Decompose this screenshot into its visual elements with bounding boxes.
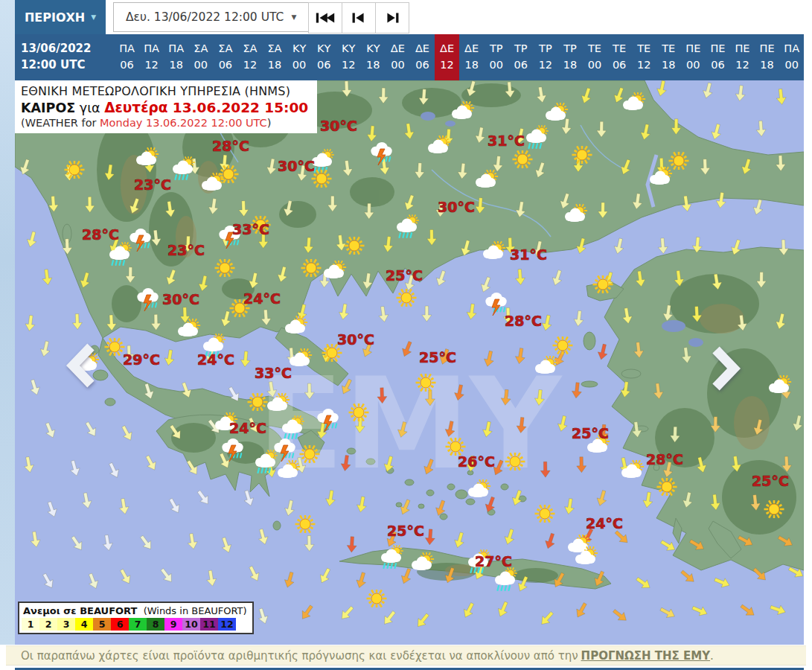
step-forward-button[interactable] (375, 2, 409, 34)
temperature-label: 28°C (212, 138, 249, 154)
temperature-label: 25°C (386, 267, 423, 284)
legend-cell: 10 (182, 618, 200, 631)
chevron-down-icon: ▼ (291, 13, 296, 21)
region-dropdown-label: ΠΕΡΙΟΧΗ (25, 10, 85, 25)
temperature-label: 26°C (458, 453, 495, 470)
temperature-label: 30°C (162, 291, 199, 307)
disclaimer-bar: Οι παραπάνω χάρτες είναι προϊόντα αριθμη… (6, 645, 806, 666)
temperature-label: 24°C (243, 290, 281, 307)
datetime-dropdown-label: Δευ. 13/06/2022 12:00 UTC (126, 10, 284, 24)
forecast-title-gr: ΚΑΙΡΟΣ για Δευτέρα 13.06.2022 15:00 (21, 100, 308, 115)
timeline-step[interactable]: ΔΕ12 (435, 34, 459, 80)
timeline-step[interactable]: ΠΑ00 (779, 34, 804, 80)
timeline-step[interactable]: ΚΥ12 (336, 34, 361, 80)
legend-cell: 2 (39, 618, 57, 631)
timeline-step[interactable]: ΚΥ06 (312, 34, 336, 80)
temperature-label: 25°C (572, 425, 609, 441)
temperature-label: 24°C (197, 351, 234, 368)
temperature-label: 30°C (438, 199, 475, 215)
step-back-button[interactable] (342, 2, 376, 34)
timeline-current-date: 13/06/2022 (21, 40, 115, 57)
beaufort-legend: Ανεμοι σε BEAUFORT (Winds in BEAUFORT) 1… (18, 602, 254, 634)
timeline-step[interactable]: ΔΕ00 (386, 34, 410, 80)
legend-scale: 123456789101112 (22, 618, 250, 631)
watermark: ΕΜΥ (258, 350, 563, 497)
forecast-title-en: (WEATHER for Monday 13.06.2022 12:00 UTC… (21, 117, 308, 129)
timeline-steps: ΠΑ06ΠΑ12ΠΑ18ΣΑ00ΣΑ06ΣΑ12ΣΑ18ΚΥ00ΚΥ06ΚΥ12… (115, 34, 804, 80)
emy-forecast-link[interactable]: ΠΡΟΓΝΩΣΗ ΤΗΣ ΕΜΥ (581, 649, 710, 663)
temperature-label: 30°C (320, 118, 357, 134)
timeline-step[interactable]: ΠΑ12 (139, 34, 164, 80)
temperature-label: 31°C (510, 246, 547, 263)
timeline-step[interactable]: ΠΕ12 (730, 34, 755, 80)
temperature-label: 33°C (232, 221, 269, 237)
timeline-step[interactable]: ΔΕ06 (410, 34, 435, 80)
disclaimer-text: Οι παραπάνω χάρτες είναι προϊόντα αριθμη… (21, 649, 578, 663)
timeline-step[interactable]: ΠΕ06 (706, 34, 730, 80)
temperature-label: 24°C (586, 515, 623, 532)
temperature-label: 30°C (278, 158, 315, 174)
timeline-step[interactable]: ΠΕ00 (681, 34, 706, 80)
step-forward-icon (381, 10, 403, 25)
skip-to-start-button[interactable] (308, 2, 342, 34)
timeline-step[interactable]: ΤΡ06 (508, 34, 533, 80)
timeline-step[interactable]: ΣΑ00 (188, 34, 213, 80)
temperature-label: 28°C (505, 313, 542, 329)
temperature-label: 28°C (82, 226, 119, 243)
legend-cell: 4 (75, 618, 93, 631)
agency-name: ΕΘΝΙΚΗ ΜΕΤΕΩΡΟΛΟΓΙΚΗ ΥΠΗΡΕΣΙΑ (HNMS) (21, 84, 308, 98)
timeline-step[interactable]: ΚΥ18 (361, 34, 386, 80)
legend-cell: 3 (57, 618, 75, 631)
timeline-step[interactable]: ΣΑ06 (213, 34, 237, 80)
weather-map[interactable]: ΕΜΥ 30°C31°C28°C30°C23°C30°C28°C33°C23°C… (15, 80, 804, 645)
timeline-step[interactable]: ΤΡ18 (557, 34, 582, 80)
temperature-label: 25°C (752, 473, 789, 489)
timeline-step[interactable]: ΤΕ18 (656, 34, 681, 80)
timeline-step[interactable]: ΣΑ12 (237, 34, 262, 80)
timeline-step[interactable]: ΤΡ00 (484, 34, 508, 80)
legend-cell: 5 (93, 618, 111, 631)
temperature-label: 30°C (337, 331, 374, 348)
temperature-label: 29°C (123, 351, 160, 368)
legend-cell: 8 (147, 618, 164, 631)
map-title-box: ΕΘΝΙΚΗ ΜΕΤΕΩΡΟΛΟΓΙΚΗ ΥΠΗΡΕΣΙΑ (HNMS) ΚΑΙ… (15, 80, 317, 133)
timeline-step[interactable]: ΔΕ18 (459, 34, 484, 80)
timeline-step[interactable]: ΤΕ12 (632, 34, 656, 80)
skip-to-start-icon (314, 10, 336, 25)
step-back-icon (348, 10, 370, 25)
temperature-label: 27°C (475, 553, 512, 570)
legend-cell: 1 (22, 618, 39, 631)
timeline-step[interactable]: ΚΥ00 (287, 34, 312, 80)
timeline-step[interactable]: ΤΡ12 (533, 34, 557, 80)
temperature-label: 23°C (167, 242, 205, 258)
timeline-step[interactable]: ΣΑ18 (262, 34, 287, 80)
temperature-label: 25°C (387, 523, 424, 539)
timeline-current-time: 12:00 UTC (21, 57, 115, 73)
temperature-label: 24°C (229, 420, 266, 436)
legend-cell: 12 (218, 618, 236, 631)
hnms-forecast-page: { "toolbar": { "region_button": "ΠΕΡΙΟΧΗ… (0, 0, 812, 670)
forecast-timeline: 13/06/2022 12:00 UTC ΠΑ06ΠΑ12ΠΑ18ΣΑ00ΣΑ0… (15, 34, 804, 80)
timeline-step[interactable]: ΠΑ18 (164, 34, 188, 80)
legend-cell: 9 (164, 618, 182, 631)
legend-title: Ανεμοι σε BEAUFORT (Winds in BEAUFORT) (22, 604, 250, 618)
timeline-current-datetime: 13/06/2022 12:00 UTC (15, 34, 115, 80)
temperature-label: 31°C (487, 133, 525, 149)
page-left-margin (0, 0, 15, 645)
temperature-label: 25°C (419, 349, 456, 366)
datetime-dropdown-button[interactable]: Δευ. 13/06/2022 12:00 UTC ▼ (113, 2, 309, 32)
timeline-step[interactable]: ΠΕ18 (755, 34, 779, 80)
temperature-label: 33°C (255, 365, 292, 381)
legend-cell: 7 (129, 618, 147, 631)
timeline-step[interactable]: ΠΑ06 (115, 34, 139, 80)
temperature-label: 28°C (646, 451, 683, 468)
legend-cell: 6 (111, 618, 129, 631)
legend-cell: 11 (200, 618, 218, 631)
timeline-step[interactable]: ΤΕ06 (607, 34, 632, 80)
timeline-step[interactable]: ΤΕ00 (582, 34, 607, 80)
map-canvas: ΕΜΥ 30°C31°C28°C30°C23°C30°C28°C33°C23°C… (15, 80, 804, 645)
toolbar: ΠΕΡΙΟΧΗ ▼ Δευ. 13/06/2022 12:00 UTC ▼ (15, 0, 804, 34)
region-dropdown-button[interactable]: ΠΕΡΙΟΧΗ ▼ (15, 0, 106, 34)
chevron-down-icon: ▼ (91, 13, 96, 21)
temperature-label: 23°C (134, 176, 171, 193)
